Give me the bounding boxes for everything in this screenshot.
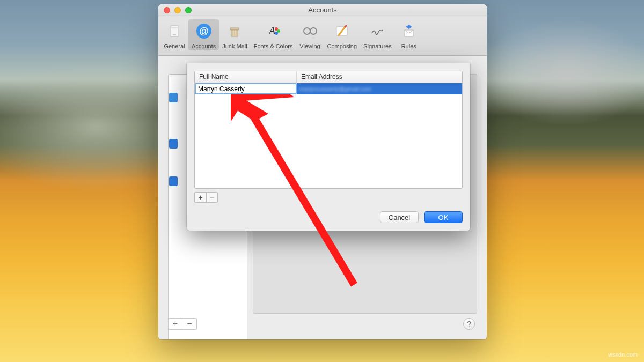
email-address-cell[interactable]: martyncasserly@gmail.com [297, 83, 462, 94]
table-footer-controls: + − [194, 192, 463, 203]
toolbar-label: Fonts & Colors [254, 43, 293, 49]
composing-icon [332, 21, 352, 41]
account-item-indicator [169, 176, 178, 186]
toolbar-item-rules[interactable]: Rules [395, 19, 423, 50]
toolbar-item-fonts-colors[interactable]: A Fonts & Colors [251, 19, 296, 50]
junk-mail-icon [225, 21, 244, 41]
zoom-icon[interactable] [185, 7, 192, 13]
email-addresses-dialog: Full Name Email Address martyncasserly@g… [187, 63, 470, 231]
toolbar-item-junk-mail[interactable]: Junk Mail [219, 19, 250, 50]
dialog-buttons: Cancel OK [380, 211, 463, 223]
addresses-table: Full Name Email Address martyncasserly@g… [194, 71, 463, 189]
general-icon [165, 21, 184, 41]
rules-icon [399, 21, 419, 41]
add-account-button[interactable]: + [169, 319, 182, 329]
toolbar-item-signatures[interactable]: Signatures [360, 19, 395, 50]
remove-account-button[interactable]: − [182, 319, 196, 329]
full-name-cell[interactable] [195, 83, 297, 94]
help-button[interactable]: ? [463, 318, 475, 330]
toolbar-label: Viewing [299, 43, 320, 49]
remove-address-button: − [206, 192, 218, 203]
account-item-indicator [169, 93, 178, 102]
toolbar-label: Junk Mail [222, 43, 247, 49]
toolbar-label: Rules [401, 43, 416, 49]
fonts-colors-icon: A [264, 21, 283, 41]
column-header-full-name[interactable]: Full Name [195, 71, 297, 83]
minimize-icon[interactable] [174, 7, 181, 13]
full-name-input[interactable] [196, 84, 296, 93]
column-header-email-address[interactable]: Email Address [297, 71, 462, 83]
svg-text:A: A [268, 25, 276, 36]
toolbar-item-viewing[interactable]: Viewing [296, 19, 324, 50]
svg-rect-1 [173, 34, 176, 35]
preferences-toolbar: General @ Accounts Junk Mail A Fonts & C… [158, 16, 487, 56]
toolbar-label: Composing [327, 43, 357, 49]
svg-text:@: @ [199, 26, 209, 36]
svg-point-8 [275, 32, 278, 35]
window-title: Accounts [158, 6, 487, 14]
titlebar: Accounts [158, 4, 487, 16]
ok-button[interactable]: OK [424, 211, 463, 223]
svg-point-10 [310, 28, 317, 34]
email-address-value: martyncasserly@gmail.com [299, 86, 371, 92]
toolbar-label: Accounts [192, 43, 216, 49]
sidebar-add-remove: + − [168, 318, 197, 330]
toolbar-label: Signatures [363, 43, 392, 49]
account-item-indicator [169, 139, 178, 149]
add-address-button[interactable]: + [194, 192, 206, 203]
watermark: wsxdn.com [608, 351, 638, 358]
close-icon[interactable] [164, 7, 170, 13]
cancel-button[interactable]: Cancel [380, 211, 419, 223]
signatures-icon [368, 21, 387, 41]
table-header: Full Name Email Address [195, 71, 462, 83]
traffic-lights [158, 7, 192, 13]
viewing-icon [300, 21, 319, 41]
toolbar-item-general[interactable]: General [160, 19, 188, 50]
table-row[interactable]: martyncasserly@gmail.com [195, 83, 462, 94]
svg-point-9 [304, 28, 310, 34]
toolbar-item-composing[interactable]: Composing [324, 19, 360, 50]
toolbar-item-accounts[interactable]: @ Accounts [188, 19, 219, 50]
svg-rect-2 [171, 27, 178, 28]
accounts-icon: @ [194, 21, 214, 41]
toolbar-label: General [164, 43, 185, 49]
